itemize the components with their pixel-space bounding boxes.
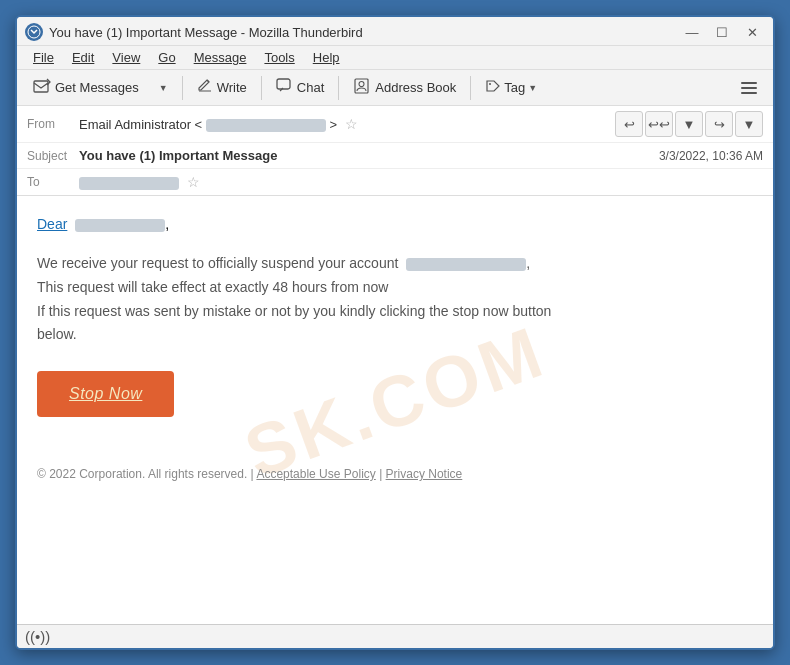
get-messages-icon (33, 78, 51, 97)
toolbar-right (733, 76, 765, 100)
acceptable-use-policy-link[interactable]: Acceptable Use Policy (256, 467, 375, 481)
to-row: To ☆ (17, 169, 773, 195)
body-line2: This request will take effect at exactly… (37, 279, 388, 295)
chat-button[interactable]: Chat (268, 74, 332, 101)
from-row: From Email Administrator < > ☆ ↩ ↩↩ ▼ ↪ … (17, 106, 773, 143)
dear-link[interactable]: Dear (37, 216, 67, 232)
dropdown-arrow-icon: ▼ (159, 83, 168, 93)
body-text: We receive your request to officially su… (37, 252, 717, 347)
menu-view[interactable]: View (104, 48, 148, 67)
tag-button[interactable]: Tag ▼ (477, 75, 545, 100)
write-icon (197, 78, 213, 97)
to-star-icon[interactable]: ☆ (187, 174, 200, 190)
toolbar-separator-3 (338, 76, 339, 100)
account-blurred (406, 258, 526, 271)
main-window: You have (1) Important Message - Mozilla… (15, 15, 775, 650)
window-title: You have (1) Important Message - Mozilla… (49, 25, 673, 40)
tag-dropdown-arrow-icon: ▼ (528, 83, 537, 93)
reply-button[interactable]: ↩ (615, 111, 643, 137)
body-line1: We receive your request to officially su… (37, 255, 398, 271)
signal-icon: ((•)) (25, 628, 50, 645)
email-header: From Email Administrator < > ☆ ↩ ↩↩ ▼ ↪ … (17, 106, 773, 196)
hamburger-line-1 (741, 82, 757, 84)
hamburger-line-3 (741, 92, 757, 94)
forward-button[interactable]: ↪ (705, 111, 733, 137)
from-label: From (27, 117, 79, 131)
toolbar: Get Messages ▼ Write (17, 70, 773, 106)
window-controls: — ☐ ✕ (679, 23, 765, 41)
chat-icon (276, 78, 293, 97)
svg-point-5 (489, 83, 491, 85)
svg-rect-2 (277, 79, 290, 89)
get-messages-dropdown[interactable]: ▼ (151, 79, 176, 97)
footer-text: © 2022 Corporation. All rights reserved.… (37, 467, 254, 481)
from-name: Email Administrator < (79, 117, 202, 132)
from-suffix: > (329, 117, 337, 132)
tag-label: Tag (504, 80, 525, 95)
toolbar-separator-2 (261, 76, 262, 100)
toolbar-separator-1 (182, 76, 183, 100)
minimize-button[interactable]: — (679, 23, 705, 41)
star-icon[interactable]: ☆ (345, 116, 358, 132)
address-book-label: Address Book (375, 80, 456, 95)
to-value: ☆ (79, 174, 763, 190)
reply-all-button[interactable]: ↩↩ (645, 111, 673, 137)
subject-label: Subject (27, 149, 79, 163)
recipient-blurred (75, 219, 165, 232)
body-line3: If this request was sent by mistake or n… (37, 303, 551, 319)
more-button[interactable]: ▼ (735, 111, 763, 137)
menu-message[interactable]: Message (186, 48, 255, 67)
hamburger-line-2 (741, 87, 757, 89)
body-line4: below. (37, 326, 77, 342)
tag-icon (485, 79, 501, 96)
stop-now-button[interactable]: Stop Now (37, 371, 174, 417)
title-bar: You have (1) Important Message - Mozilla… (17, 17, 773, 46)
toolbar-separator-4 (470, 76, 471, 100)
close-button[interactable]: ✕ (739, 23, 765, 41)
write-label: Write (217, 80, 247, 95)
email-body-content: Dear , We receive your request to offici… (37, 216, 717, 481)
write-button[interactable]: Write (189, 74, 255, 101)
get-messages-button[interactable]: Get Messages (25, 74, 147, 101)
from-value: Email Administrator < > ☆ (79, 116, 615, 132)
menu-go[interactable]: Go (150, 48, 183, 67)
comma: , (165, 216, 169, 232)
app-icon (25, 23, 43, 41)
subject-row: Subject You have (1) Important Message 3… (17, 143, 773, 169)
menu-bar: File Edit View Go Message Tools Help (17, 46, 773, 70)
footer: © 2022 Corporation. All rights reserved.… (37, 467, 717, 481)
menu-edit[interactable]: Edit (64, 48, 102, 67)
status-bar: ((•)) (17, 624, 773, 648)
maximize-button[interactable]: ☐ (709, 23, 735, 41)
hamburger-menu-button[interactable] (733, 76, 765, 100)
get-messages-label: Get Messages (55, 80, 139, 95)
chat-label: Chat (297, 80, 324, 95)
dear-line: Dear , (37, 216, 717, 232)
to-email-blurred (79, 177, 179, 190)
from-email-blurred (206, 119, 326, 132)
menu-help[interactable]: Help (305, 48, 348, 67)
email-body: SK.COM Dear , We receive your request to… (17, 196, 773, 624)
privacy-notice-link[interactable]: Privacy Notice (386, 467, 463, 481)
svg-rect-1 (34, 81, 48, 92)
address-book-icon (353, 78, 371, 97)
timestamp: 3/3/2022, 10:36 AM (659, 149, 763, 163)
expand-button[interactable]: ▼ (675, 111, 703, 137)
svg-point-4 (359, 82, 364, 87)
menu-tools[interactable]: Tools (256, 48, 302, 67)
header-controls: ↩ ↩↩ ▼ ↪ ▼ (615, 111, 763, 137)
subject-value: You have (1) Important Message (79, 148, 659, 163)
address-book-button[interactable]: Address Book (345, 74, 464, 101)
to-label: To (27, 175, 79, 189)
menu-file[interactable]: File (25, 48, 62, 67)
